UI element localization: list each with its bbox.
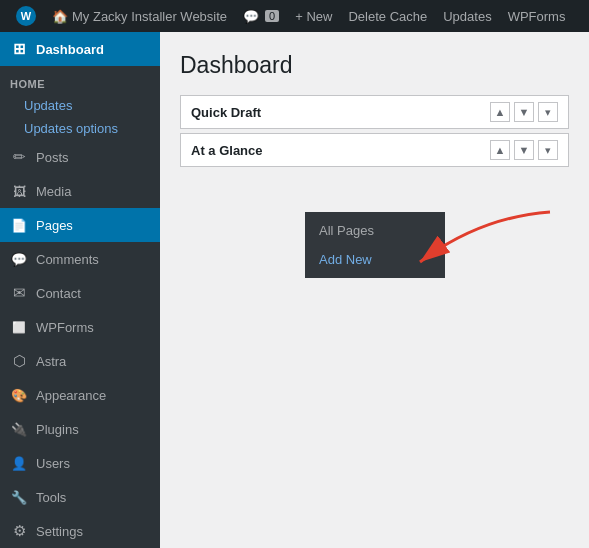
top-bar: W 🏠 My Zacky Installer Website 💬 0 + New… bbox=[0, 0, 589, 32]
sidebar-item-updates[interactable]: Updates bbox=[0, 94, 160, 117]
pages-icon bbox=[10, 216, 28, 234]
sidebar-item-contact[interactable]: Contact bbox=[0, 276, 160, 310]
sidebar-item-users[interactable]: Users bbox=[0, 446, 160, 480]
sidebar-item-pages[interactable]: Pages bbox=[0, 208, 160, 242]
users-icon bbox=[10, 454, 28, 472]
wpforms-label: WPForms bbox=[36, 320, 94, 335]
site-name-label: My Zacky Installer Website bbox=[72, 9, 227, 24]
sidebar-item-astra[interactable]: Astra bbox=[0, 344, 160, 378]
users-label: Users bbox=[36, 456, 70, 471]
plugins-icon bbox=[10, 420, 28, 438]
wp-logo-icon: W bbox=[16, 6, 36, 26]
settings-icon bbox=[10, 522, 28, 540]
widget-quick-draft-down[interactable]: ▼ bbox=[514, 102, 534, 122]
widget-at-a-glance-title: At a Glance bbox=[191, 143, 263, 158]
contact-label: Contact bbox=[36, 286, 81, 301]
new-topbar-item[interactable]: + New bbox=[287, 0, 340, 32]
widget-quick-draft-controls: ▲ ▼ ▾ bbox=[490, 102, 558, 122]
sidebar-dashboard-label: Dashboard bbox=[36, 42, 104, 57]
appearance-icon bbox=[10, 386, 28, 404]
comments-topbar-item[interactable]: 💬 0 bbox=[235, 0, 287, 32]
sidebar-item-tools[interactable]: Tools bbox=[0, 480, 160, 514]
sidebar-item-plugins[interactable]: Plugins bbox=[0, 412, 160, 446]
site-name-item[interactable]: 🏠 My Zacky Installer Website bbox=[44, 0, 235, 32]
comments-icon bbox=[10, 250, 28, 268]
sidebar-item-posts[interactable]: Posts bbox=[0, 140, 160, 174]
home-icon: 🏠 bbox=[52, 9, 68, 24]
popup-all-pages[interactable]: All Pages bbox=[305, 216, 445, 245]
updates-topbar-btn[interactable]: Updates bbox=[435, 0, 499, 32]
comment-count: 0 bbox=[265, 10, 279, 22]
wpforms-topbar-btn[interactable]: WPForms bbox=[500, 0, 574, 32]
widget-quick-draft-toggle[interactable]: ▾ bbox=[538, 102, 558, 122]
pages-label: Pages bbox=[36, 218, 73, 233]
home-section-label: Home bbox=[0, 66, 160, 94]
widget-quick-draft: Quick Draft ▲ ▼ ▾ bbox=[180, 95, 569, 129]
sidebar-item-updates-options[interactable]: Updates options bbox=[0, 117, 160, 140]
updates-options-sub-label: Updates options bbox=[24, 121, 118, 136]
sidebar-item-settings[interactable]: Settings bbox=[0, 514, 160, 548]
widget-at-a-glance-controls: ▲ ▼ ▾ bbox=[490, 140, 558, 160]
sidebar-item-appearance[interactable]: Appearance bbox=[0, 378, 160, 412]
posts-icon bbox=[10, 148, 28, 166]
sidebar: Dashboard Home Updates Updates options P… bbox=[0, 32, 160, 548]
appearance-label: Appearance bbox=[36, 388, 106, 403]
page-title: Dashboard bbox=[180, 52, 569, 79]
widget-at-a-glance-down[interactable]: ▼ bbox=[514, 140, 534, 160]
delete-cache-label: Delete Cache bbox=[348, 9, 427, 24]
tools-label: Tools bbox=[36, 490, 66, 505]
plugins-label: Plugins bbox=[36, 422, 79, 437]
widget-at-a-glance-toggle[interactable]: ▾ bbox=[538, 140, 558, 160]
updates-topbar-label: Updates bbox=[443, 9, 491, 24]
posts-label: Posts bbox=[36, 150, 69, 165]
wp-logo-item[interactable]: W bbox=[8, 0, 44, 32]
wpforms-icon bbox=[10, 318, 28, 336]
wpforms-topbar-label: WPForms bbox=[508, 9, 566, 24]
comment-topbar-icon: 💬 bbox=[243, 9, 259, 24]
widget-quick-draft-title: Quick Draft bbox=[191, 105, 261, 120]
widget-at-a-glance: At a Glance ▲ ▼ ▾ bbox=[180, 133, 569, 167]
sidebar-item-comments[interactable]: Comments bbox=[0, 242, 160, 276]
sidebar-item-dashboard[interactable]: Dashboard bbox=[0, 32, 160, 66]
contact-icon bbox=[10, 284, 28, 302]
sidebar-item-wpforms[interactable]: WPForms bbox=[0, 310, 160, 344]
sidebar-item-media[interactable]: Media bbox=[0, 174, 160, 208]
widget-quick-draft-up[interactable]: ▲ bbox=[490, 102, 510, 122]
settings-label: Settings bbox=[36, 524, 83, 539]
delete-cache-btn[interactable]: Delete Cache bbox=[340, 0, 435, 32]
main-content: Dashboard Quick Draft ▲ ▼ ▾ At a Glance … bbox=[160, 32, 589, 548]
dashboard-icon bbox=[10, 40, 28, 58]
updates-sub-label: Updates bbox=[24, 98, 72, 113]
layout: Dashboard Home Updates Updates options P… bbox=[0, 32, 589, 548]
popup-add-new[interactable]: Add New bbox=[305, 245, 445, 274]
tools-icon bbox=[10, 488, 28, 506]
astra-icon bbox=[10, 352, 28, 370]
new-topbar-label: + New bbox=[295, 9, 332, 24]
pages-popup-menu: All Pages Add New bbox=[305, 212, 445, 278]
media-icon bbox=[10, 182, 28, 200]
comments-label: Comments bbox=[36, 252, 99, 267]
astra-label: Astra bbox=[36, 354, 66, 369]
media-label: Media bbox=[36, 184, 71, 199]
widget-at-a-glance-up[interactable]: ▲ bbox=[490, 140, 510, 160]
